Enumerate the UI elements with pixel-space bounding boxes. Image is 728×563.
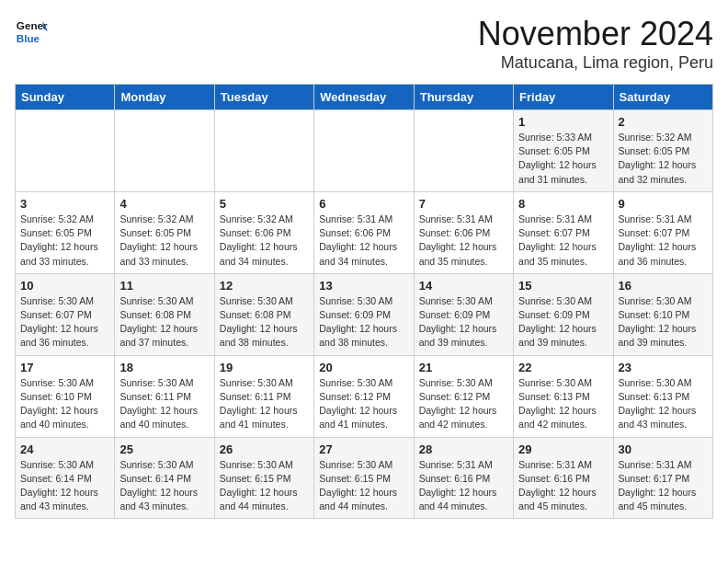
day-detail: Sunrise: 5:30 AM Sunset: 6:13 PM Dayligh… [619, 376, 708, 432]
calendar-day-cell: 29Sunrise: 5:31 AM Sunset: 6:16 PM Dayli… [514, 437, 613, 519]
day-detail: Sunrise: 5:32 AM Sunset: 6:05 PM Dayligh… [20, 213, 109, 269]
day-detail: Sunrise: 5:33 AM Sunset: 6:05 PM Dayligh… [518, 131, 608, 187]
day-number: 7 [419, 197, 508, 211]
calendar-day-cell: 17Sunrise: 5:30 AM Sunset: 6:10 PM Dayli… [16, 355, 115, 437]
calendar-day-cell [414, 110, 513, 192]
calendar-day-cell: 15Sunrise: 5:30 AM Sunset: 6:09 PM Dayli… [514, 273, 613, 355]
day-number: 9 [619, 197, 708, 211]
calendar-day-cell: 19Sunrise: 5:30 AM Sunset: 6:11 PM Dayli… [214, 355, 313, 437]
day-detail: Sunrise: 5:30 AM Sunset: 6:11 PM Dayligh… [119, 376, 209, 432]
calendar-day-cell: 12Sunrise: 5:30 AM Sunset: 6:08 PM Dayli… [214, 273, 313, 355]
weekday-header-cell: Tuesday [214, 85, 313, 110]
day-number: 4 [119, 197, 209, 211]
day-number: 3 [20, 197, 109, 211]
calendar-day-cell: 4Sunrise: 5:32 AM Sunset: 6:05 PM Daylig… [115, 191, 214, 273]
calendar-day-cell: 18Sunrise: 5:30 AM Sunset: 6:11 PM Dayli… [115, 355, 214, 437]
day-number: 26 [220, 442, 309, 456]
svg-text:Blue: Blue [17, 32, 40, 44]
calendar-day-cell: 5Sunrise: 5:32 AM Sunset: 6:06 PM Daylig… [214, 191, 313, 273]
day-number: 6 [319, 197, 408, 211]
logo-icon: General Blue [15, 15, 48, 48]
calendar-day-cell [314, 110, 414, 192]
day-detail: Sunrise: 5:30 AM Sunset: 6:08 PM Dayligh… [119, 294, 209, 350]
calendar-day-cell: 25Sunrise: 5:30 AM Sunset: 6:14 PM Dayli… [115, 437, 214, 519]
day-detail: Sunrise: 5:30 AM Sunset: 6:10 PM Dayligh… [619, 294, 708, 350]
weekday-header-cell: Sunday [16, 85, 115, 110]
calendar-week-row: 24Sunrise: 5:30 AM Sunset: 6:14 PM Dayli… [16, 437, 713, 519]
calendar-body: 1Sunrise: 5:33 AM Sunset: 6:05 PM Daylig… [16, 110, 713, 519]
day-number: 10 [20, 279, 109, 293]
day-number: 14 [419, 279, 508, 293]
calendar-week-row: 3Sunrise: 5:32 AM Sunset: 6:05 PM Daylig… [16, 191, 713, 273]
day-number: 5 [220, 197, 309, 211]
day-number: 17 [20, 361, 109, 374]
calendar-day-cell: 2Sunrise: 5:32 AM Sunset: 6:05 PM Daylig… [613, 110, 712, 192]
weekday-header-cell: Monday [115, 85, 214, 110]
calendar-day-cell: 23Sunrise: 5:30 AM Sunset: 6:13 PM Dayli… [613, 355, 712, 437]
day-detail: Sunrise: 5:30 AM Sunset: 6:10 PM Dayligh… [20, 376, 109, 432]
day-detail: Sunrise: 5:31 AM Sunset: 6:06 PM Dayligh… [319, 213, 408, 269]
title-area: November 2024 Matucana, Lima region, Per… [478, 15, 713, 73]
day-number: 24 [20, 442, 109, 456]
calendar-day-cell [214, 110, 313, 192]
weekday-header-cell: Thursday [414, 85, 513, 110]
day-number: 16 [619, 279, 708, 293]
day-detail: Sunrise: 5:30 AM Sunset: 6:15 PM Dayligh… [220, 458, 309, 514]
calendar-day-cell: 30Sunrise: 5:31 AM Sunset: 6:17 PM Dayli… [613, 437, 712, 519]
calendar-day-cell: 24Sunrise: 5:30 AM Sunset: 6:14 PM Dayli… [16, 437, 115, 519]
day-detail: Sunrise: 5:31 AM Sunset: 6:16 PM Dayligh… [419, 458, 508, 514]
day-detail: Sunrise: 5:30 AM Sunset: 6:11 PM Dayligh… [220, 376, 309, 432]
day-detail: Sunrise: 5:30 AM Sunset: 6:09 PM Dayligh… [518, 294, 608, 350]
header: General Blue November 2024 Matucana, Lim… [15, 15, 713, 73]
day-number: 8 [518, 197, 608, 211]
weekday-header-cell: Friday [514, 85, 613, 110]
day-number: 15 [518, 279, 608, 293]
calendar-day-cell: 27Sunrise: 5:30 AM Sunset: 6:15 PM Dayli… [314, 437, 414, 519]
day-detail: Sunrise: 5:32 AM Sunset: 6:06 PM Dayligh… [220, 213, 309, 269]
day-detail: Sunrise: 5:30 AM Sunset: 6:08 PM Dayligh… [220, 294, 309, 350]
day-number: 25 [119, 442, 209, 456]
day-detail: Sunrise: 5:30 AM Sunset: 6:09 PM Dayligh… [319, 294, 408, 350]
day-number: 22 [518, 361, 608, 374]
day-detail: Sunrise: 5:32 AM Sunset: 6:05 PM Dayligh… [619, 131, 708, 187]
calendar-week-row: 1Sunrise: 5:33 AM Sunset: 6:05 PM Daylig… [16, 110, 713, 192]
calendar-day-cell: 11Sunrise: 5:30 AM Sunset: 6:08 PM Dayli… [115, 273, 214, 355]
calendar-day-cell: 14Sunrise: 5:30 AM Sunset: 6:09 PM Dayli… [414, 273, 513, 355]
day-detail: Sunrise: 5:30 AM Sunset: 6:15 PM Dayligh… [319, 458, 408, 514]
day-detail: Sunrise: 5:30 AM Sunset: 6:14 PM Dayligh… [20, 458, 109, 514]
calendar-day-cell: 26Sunrise: 5:30 AM Sunset: 6:15 PM Dayli… [214, 437, 313, 519]
day-detail: Sunrise: 5:30 AM Sunset: 6:13 PM Dayligh… [518, 376, 608, 432]
calendar-day-cell: 1Sunrise: 5:33 AM Sunset: 6:05 PM Daylig… [514, 110, 613, 192]
day-number: 11 [119, 279, 209, 293]
calendar-table: SundayMondayTuesdayWednesdayThursdayFrid… [15, 84, 713, 519]
day-number: 2 [619, 115, 708, 129]
day-detail: Sunrise: 5:31 AM Sunset: 6:06 PM Dayligh… [419, 213, 508, 269]
location-title: Matucana, Lima region, Peru [478, 53, 713, 73]
day-detail: Sunrise: 5:30 AM Sunset: 6:12 PM Dayligh… [319, 376, 408, 432]
calendar-day-cell: 20Sunrise: 5:30 AM Sunset: 6:12 PM Dayli… [314, 355, 414, 437]
day-number: 18 [119, 361, 209, 374]
day-detail: Sunrise: 5:32 AM Sunset: 6:05 PM Dayligh… [119, 213, 209, 269]
calendar-day-cell: 3Sunrise: 5:32 AM Sunset: 6:05 PM Daylig… [16, 191, 115, 273]
day-number: 28 [419, 442, 508, 456]
day-detail: Sunrise: 5:31 AM Sunset: 6:16 PM Dayligh… [518, 458, 608, 514]
day-number: 21 [419, 361, 508, 374]
day-number: 20 [319, 361, 408, 374]
weekday-header-cell: Saturday [613, 85, 712, 110]
calendar-day-cell: 7Sunrise: 5:31 AM Sunset: 6:06 PM Daylig… [414, 191, 513, 273]
month-title: November 2024 [478, 15, 713, 53]
day-detail: Sunrise: 5:31 AM Sunset: 6:07 PM Dayligh… [619, 213, 708, 269]
calendar-week-row: 10Sunrise: 5:30 AM Sunset: 6:07 PM Dayli… [16, 273, 713, 355]
weekday-header-cell: Wednesday [314, 85, 414, 110]
calendar-day-cell [115, 110, 214, 192]
day-detail: Sunrise: 5:31 AM Sunset: 6:17 PM Dayligh… [619, 458, 708, 514]
calendar-day-cell: 8Sunrise: 5:31 AM Sunset: 6:07 PM Daylig… [514, 191, 613, 273]
calendar-day-cell: 28Sunrise: 5:31 AM Sunset: 6:16 PM Dayli… [414, 437, 513, 519]
day-number: 29 [518, 442, 608, 456]
calendar-week-row: 17Sunrise: 5:30 AM Sunset: 6:10 PM Dayli… [16, 355, 713, 437]
calendar-day-cell: 16Sunrise: 5:30 AM Sunset: 6:10 PM Dayli… [613, 273, 712, 355]
day-detail: Sunrise: 5:30 AM Sunset: 6:12 PM Dayligh… [419, 376, 508, 432]
day-detail: Sunrise: 5:31 AM Sunset: 6:07 PM Dayligh… [518, 213, 608, 269]
calendar-day-cell: 10Sunrise: 5:30 AM Sunset: 6:07 PM Dayli… [16, 273, 115, 355]
calendar-day-cell: 9Sunrise: 5:31 AM Sunset: 6:07 PM Daylig… [613, 191, 712, 273]
